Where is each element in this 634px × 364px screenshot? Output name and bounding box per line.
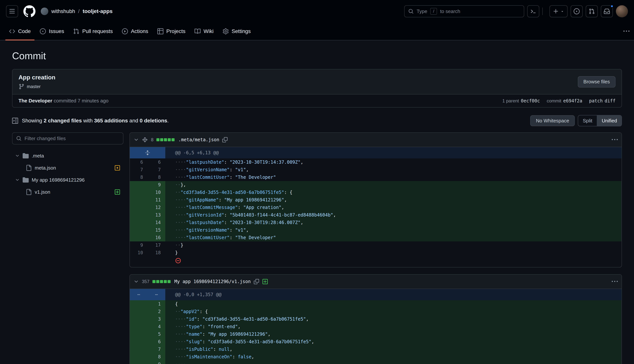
file-tree-toggle-button[interactable] (12, 118, 18, 124)
line-number-new[interactable]: 6 (148, 338, 165, 346)
diff-line: 13····"gitVersionId": "5b401403-f144-4c4… (130, 211, 621, 219)
diff-line: 2··"appV2": { (130, 308, 621, 315)
unified-view-button[interactable]: Unified (597, 116, 621, 126)
pull-requests-global-button[interactable] (586, 5, 598, 17)
line-number-old[interactable] (130, 346, 148, 353)
line-number-new[interactable]: 4 (148, 323, 165, 330)
line-number-old[interactable] (130, 181, 148, 188)
line-number-new[interactable]: 8 (148, 353, 165, 360)
line-number-old[interactable] (130, 211, 148, 219)
line-number-old[interactable] (130, 330, 148, 338)
kebab-horizontal-icon (612, 278, 618, 284)
search-input[interactable]: Type / to search (404, 5, 524, 17)
github-logo[interactable] (24, 5, 36, 17)
diff-line: 9···· (130, 360, 621, 364)
file-options-button[interactable] (612, 137, 618, 143)
line-number-old[interactable] (130, 360, 148, 364)
line-number-old[interactable]: 10 (130, 249, 148, 256)
tab-issues[interactable]: Issues (36, 23, 68, 40)
browse-files-button[interactable]: Browse files (578, 76, 615, 88)
tree-folder-my-app[interactable]: My app 1698694121296 (12, 174, 123, 186)
line-number-new[interactable]: 11 (148, 196, 165, 204)
code-line: ····"gitAppName": "My app 1698694121296"… (165, 196, 621, 204)
tree-file-v1-json[interactable]: v1.json (12, 186, 123, 198)
user-avatar[interactable] (616, 5, 628, 17)
parent-sha-link[interactable]: 0ecf00c (521, 98, 540, 104)
patch-link[interactable]: patch (589, 98, 603, 104)
diff-added-icon (262, 278, 268, 284)
tree-file-meta-json[interactable]: meta.json (12, 162, 123, 174)
breadcrumb-repo[interactable]: tooljet-apps (83, 8, 113, 14)
tab-wiki[interactable]: Wiki (191, 23, 217, 40)
line-number-new[interactable]: 17 (148, 242, 165, 249)
tree-folder-meta[interactable]: .meta (12, 150, 123, 162)
collapse-file-button[interactable] (134, 137, 139, 142)
line-number-old[interactable] (130, 300, 148, 308)
line-number-new[interactable]: 10 (148, 188, 165, 196)
split-view-button[interactable]: Split (578, 116, 597, 126)
copy-path-button[interactable] (254, 279, 259, 284)
tab-settings[interactable]: Settings (219, 23, 255, 40)
line-number-old[interactable] (130, 353, 148, 360)
issues-global-button[interactable] (571, 5, 583, 17)
line-number-new[interactable]: 12 (148, 204, 165, 211)
line-number-old[interactable] (130, 315, 148, 323)
line-number-old[interactable] (130, 226, 148, 234)
line-number-new[interactable]: 7 (148, 166, 165, 174)
tab-code[interactable]: Code (5, 23, 35, 40)
branch-name[interactable]: master (27, 84, 41, 89)
page-title: Commit (12, 50, 622, 62)
line-number-new[interactable]: 6 (148, 158, 165, 166)
tree-item-label: My app 1698694121296 (32, 177, 85, 183)
copy-path-button[interactable] (222, 137, 228, 142)
no-whitespace-button[interactable]: No Whitespace (530, 115, 575, 126)
line-number-new[interactable]: 8 (148, 174, 165, 181)
line-number-old[interactable] (130, 338, 148, 346)
tab-actions[interactable]: Actions (118, 23, 152, 40)
line-number-old[interactable] (130, 323, 148, 330)
tab-projects[interactable]: Projects (154, 23, 189, 40)
line-number-old[interactable]: 6 (130, 158, 148, 166)
file-name-link[interactable]: My app 1698694121296/v1.json (174, 279, 251, 284)
collapse-file-button[interactable] (134, 279, 139, 284)
command-palette-button[interactable] (527, 5, 539, 17)
line-number-new[interactable]: 18 (148, 249, 165, 256)
line-number-old[interactable] (130, 234, 148, 242)
line-number-new[interactable]: 16 (148, 234, 165, 242)
line-number-new[interactable]: 13 (148, 211, 165, 219)
line-number-old[interactable] (130, 196, 148, 204)
line-number-new[interactable]: 9 (148, 360, 165, 364)
line-number-new[interactable]: 14 (148, 219, 165, 226)
unread-notification-dot (610, 4, 614, 8)
drag-handle-icon[interactable] (142, 137, 148, 143)
line-number-old[interactable]: 8 (130, 174, 148, 181)
notifications-button[interactable] (601, 5, 613, 17)
line-number-new[interactable]: 1 (148, 300, 165, 308)
line-number-new[interactable]: 5 (148, 330, 165, 338)
line-number-new[interactable]: 3 (148, 315, 165, 323)
line-number-old[interactable] (130, 308, 148, 315)
line-number-old[interactable] (130, 219, 148, 226)
changed-files-count: 2 changed files (44, 118, 82, 124)
commit-author[interactable]: The Developer (19, 98, 52, 104)
nav-overflow-button[interactable] (623, 28, 629, 34)
line-number-new[interactable]: 15 (148, 226, 165, 234)
breadcrumb-owner[interactable]: withshubh (51, 8, 75, 14)
create-new-button[interactable] (549, 5, 567, 17)
line-number-old[interactable]: 7 (130, 166, 148, 174)
file-options-button[interactable] (612, 278, 618, 284)
line-number-old[interactable] (130, 204, 148, 211)
filter-files-input[interactable]: Filter changed files (12, 132, 123, 144)
tab-pull-requests[interactable]: Pull requests (70, 23, 117, 40)
file-name-link[interactable]: .meta/meta.json (178, 137, 219, 142)
expand-hunk-button[interactable] (130, 147, 165, 158)
line-number-old[interactable] (130, 188, 148, 196)
line-number-new[interactable]: 2 (148, 308, 165, 315)
line-number-old[interactable]: 9 (130, 242, 148, 249)
diff-link[interactable]: diff (604, 98, 615, 104)
expand-all-button[interactable]: ⋯⋯ (130, 289, 165, 300)
line-number-new[interactable]: 9 (148, 181, 165, 188)
hamburger-menu-button[interactable] (6, 5, 18, 17)
line-number-new[interactable]: 7 (148, 346, 165, 353)
plus-icon (553, 8, 559, 14)
